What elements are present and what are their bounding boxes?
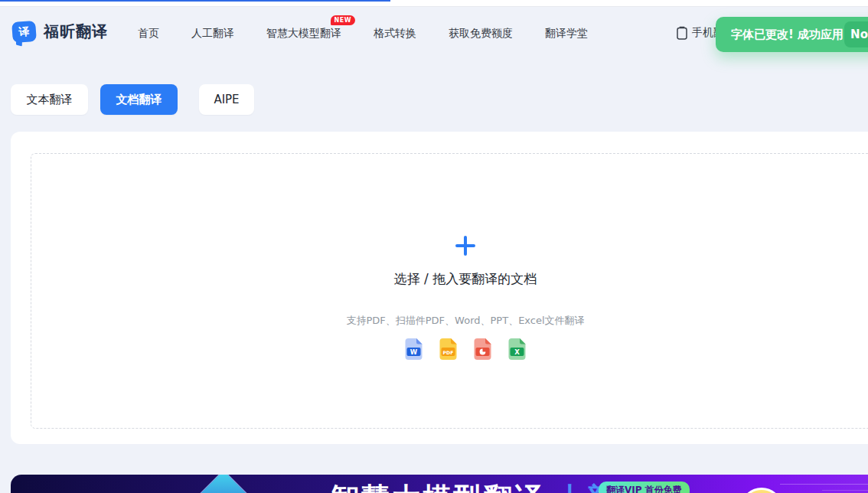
banner-coin-graphic — [740, 488, 783, 493]
main-nav: 首页 人工翻译 智慧大模型翻译 NEW 格式转换 获取免费额度 翻译学堂 — [138, 27, 588, 41]
nav-item-home[interactable]: 首页 — [138, 27, 159, 41]
top-strip — [0, 0, 868, 7]
dropzone-title: 选择 / 拖入要翻译的文档 — [394, 270, 537, 288]
brand[interactable]: 译 福昕翻译 — [12, 21, 108, 42]
nav-item-label: 智慧大模型翻译 — [266, 27, 341, 39]
tab-document-translation[interactable]: 文档翻译 — [100, 84, 178, 115]
supported-formats-hint: 支持PDF、扫描件PDF、Word、PPT、Excel文件翻译 — [346, 314, 584, 328]
translation-mode-tabs: 文本翻译 文档翻译 AIPE — [11, 84, 254, 115]
brand-name: 福昕翻译 — [44, 21, 108, 42]
tab-text-translation[interactable]: 文本翻译 — [11, 84, 88, 115]
promo-banner[interactable]: 智慧大模型翻译上新 翻译VIP 首份免费 — [11, 475, 868, 493]
file-type-icons: WPDFX — [403, 338, 527, 361]
banner-pyramid-graphic — [180, 475, 266, 493]
word-file-icon: W — [403, 338, 424, 361]
progress-line — [0, 0, 390, 2]
upload-card: 选择 / 拖入要翻译的文档 支持PDF、扫描件PDF、Word、PPT、Exce… — [11, 132, 868, 444]
nav-item-free-quota[interactable]: 获取免费额度 — [449, 27, 513, 41]
banner-headline: 智慧大模型翻译上新 — [331, 479, 617, 493]
banner-headline-text: 智慧大模型翻译 — [331, 482, 545, 493]
toast-font-name: Noto Sa — [844, 21, 868, 47]
svg-text:W: W — [410, 348, 418, 356]
toast-message: 字体已更改! 成功应用 — [731, 28, 844, 42]
ppt-file-icon — [472, 338, 493, 361]
pdf-file-icon: PDF — [438, 338, 458, 361]
plus-icon — [453, 233, 478, 258]
nav-item-format-conversion[interactable]: 格式转换 — [374, 27, 416, 41]
phone-icon — [677, 26, 687, 40]
nav-item-ai-model-translation[interactable]: 智慧大模型翻译 NEW — [266, 27, 341, 41]
nav-item-translation-school[interactable]: 翻译学堂 — [545, 27, 588, 41]
nav-item-human-translation[interactable]: 人工翻译 — [191, 27, 234, 41]
screen: 译 福昕翻译 首页 人工翻译 智慧大模型翻译 NEW 格式转换 获取免费额度 翻… — [0, 0, 868, 493]
banner-deco-line — [780, 484, 868, 485]
svg-text:X: X — [514, 348, 520, 356]
document-dropzone[interactable]: 选择 / 拖入要翻译的文档 支持PDF、扫描件PDF、Word、PPT、Exce… — [31, 153, 868, 429]
dropzone-content: 选择 / 拖入要翻译的文档 支持PDF、扫描件PDF、Word、PPT、Exce… — [31, 233, 868, 361]
new-badge: NEW — [331, 15, 355, 25]
svg-text:PDF: PDF — [443, 350, 454, 355]
tab-aipe[interactable]: AIPE — [199, 84, 254, 115]
vip-free-badge: 翻译VIP 首份免费 — [599, 482, 690, 493]
excel-file-icon: X — [507, 338, 527, 361]
banner-deco-line — [822, 490, 868, 491]
font-changed-toast: 字体已更改! 成功应用Noto Sa — [716, 17, 868, 52]
translate-logo-icon: 译 — [11, 21, 37, 43]
